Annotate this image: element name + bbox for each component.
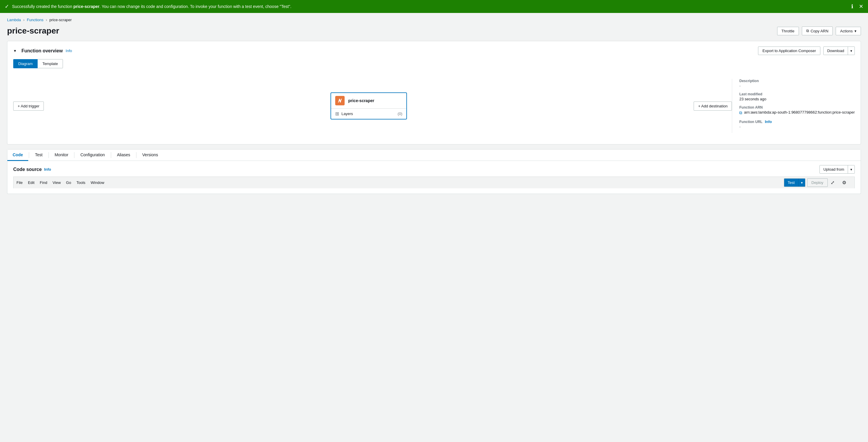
tab-configuration[interactable]: Configuration xyxy=(75,149,110,161)
editor-test-deploy-group: Test ▾ Deploy xyxy=(784,178,828,187)
editor-menu-find[interactable]: Find xyxy=(40,180,47,185)
function-url-label: Function URL Info xyxy=(739,119,855,124)
layers-icon: ⊞ xyxy=(335,111,339,117)
add-destination-area: + Add destination xyxy=(694,101,732,111)
main-content: Lambda › Functions › price-scraper price… xyxy=(0,13,868,203)
last-modified-row: Last modified 23 seconds ago xyxy=(739,92,855,101)
code-source-title: Code source Info xyxy=(13,167,51,172)
function-box-name: price-scraper xyxy=(348,98,374,103)
actions-chevron-icon: ▾ xyxy=(855,29,857,33)
code-source-header: Code source Info Upload from ▾ xyxy=(13,165,855,174)
function-overview-header: ▼ Function overview Info Export to Appli… xyxy=(13,47,855,55)
arn-copy-icon[interactable]: ⧉ xyxy=(739,110,742,115)
tab-sep-2 xyxy=(49,152,49,158)
upload-from-button[interactable]: Upload from xyxy=(820,166,848,173)
tab-test[interactable]: Test xyxy=(30,149,48,161)
notification-function-name: price-scraper xyxy=(73,4,100,9)
function-url-info-link[interactable]: Info xyxy=(765,119,772,124)
description-row: Description - xyxy=(739,79,855,88)
function-url-value: - xyxy=(739,124,855,129)
upload-from-dropdown-arrow[interactable]: ▾ xyxy=(848,166,855,173)
tab-versions[interactable]: Versions xyxy=(137,149,163,161)
deploy-button[interactable]: Deploy xyxy=(807,178,828,187)
function-arn-label: Function ARN xyxy=(739,105,855,110)
function-box-footer: ⊞ Layers (0) xyxy=(331,109,406,119)
breadcrumb-sep-1: › xyxy=(23,18,24,22)
editor-menu-view[interactable]: View xyxy=(53,180,61,185)
function-overview-actions: Export to Application Composer Download … xyxy=(758,47,855,55)
editor-menu-file[interactable]: File xyxy=(17,180,23,185)
page-header: price-scraper Throttle ⧉ Copy ARN Action… xyxy=(7,26,861,36)
description-panel: Description - Last modified 23 seconds a… xyxy=(732,79,855,133)
last-modified-value: 23 seconds ago xyxy=(739,97,855,101)
editor-menu-tools[interactable]: Tools xyxy=(76,180,85,185)
check-icon: ✓ xyxy=(5,3,9,10)
layers-label: Layers xyxy=(341,112,353,116)
help-icon[interactable]: ℹ xyxy=(851,3,853,10)
function-box: price-scraper ⊞ Layers (0) xyxy=(331,92,407,119)
arn-row: ⧉ arn:aws:lambda:ap-south-1:968077798662… xyxy=(739,110,855,115)
section-title-group: ▼ Function overview Info xyxy=(13,48,72,54)
editor-menu-go[interactable]: Go xyxy=(66,180,71,185)
copy-icon: ⧉ xyxy=(806,29,809,33)
description-label: Description xyxy=(739,79,855,83)
tab-aliases[interactable]: Aliases xyxy=(112,149,135,161)
description-value: - xyxy=(739,84,855,88)
function-box-header: price-scraper xyxy=(331,93,406,109)
notification-bar: ✓ Successfully created the function pric… xyxy=(0,0,868,13)
close-notification-button[interactable]: ✕ xyxy=(859,3,863,10)
function-overview-card: ▼ Function overview Info Export to Appli… xyxy=(7,41,861,145)
last-modified-label: Last modified xyxy=(739,92,855,96)
layers-count: (0) xyxy=(398,112,402,116)
settings-gear-icon[interactable]: ⚙ xyxy=(842,180,846,185)
download-button[interactable]: Download xyxy=(824,47,848,55)
diagram-area: + Add trigger price-scraper ⊞ xyxy=(13,73,855,139)
tab-sep-4 xyxy=(111,152,111,158)
function-arn-value: arn:aws:lambda:ap-south-1:968077798662:f… xyxy=(744,110,855,115)
diagram-tab-group: Diagram Template xyxy=(13,59,855,68)
code-source-card: Code source Info Upload from ▾ File Edit… xyxy=(7,161,861,194)
breadcrumb-functions[interactable]: Functions xyxy=(27,18,43,22)
copy-arn-button[interactable]: ⧉ Copy ARN xyxy=(802,27,833,35)
test-button[interactable]: Test xyxy=(784,179,799,186)
editor-toolbar: File Edit Find View Go Tools Window Test… xyxy=(13,177,855,188)
throttle-button[interactable]: Throttle xyxy=(777,27,799,35)
download-dropdown-arrow[interactable]: ▾ xyxy=(848,47,855,55)
function-url-row: Function URL Info - xyxy=(739,119,855,129)
breadcrumb: Lambda › Functions › price-scraper xyxy=(7,18,861,22)
breadcrumb-current: price-scraper xyxy=(50,18,72,22)
code-source-info-link[interactable]: Info xyxy=(44,167,51,172)
breadcrumb-sep-2: › xyxy=(46,18,47,22)
breadcrumb-lambda[interactable]: Lambda xyxy=(7,18,21,22)
test-dropdown-arrow[interactable]: ▾ xyxy=(799,179,805,186)
add-destination-button[interactable]: + Add destination xyxy=(694,101,732,111)
editor-menu-edit[interactable]: Edit xyxy=(28,180,34,185)
actions-button[interactable]: Actions ▾ xyxy=(836,27,861,35)
upload-from-split-button: Upload from ▾ xyxy=(819,165,855,174)
tab-template[interactable]: Template xyxy=(37,59,63,68)
tab-sep-5 xyxy=(136,152,136,158)
diagram-center: price-scraper ⊞ Layers (0) xyxy=(44,92,694,119)
bottom-tabs-container: Code Test Monitor Configuration Aliases … xyxy=(7,149,861,161)
bottom-tab-group: Code Test Monitor Configuration Aliases … xyxy=(7,149,861,161)
notification-suffix: . You can now change its code and config… xyxy=(99,4,291,9)
function-overview-info-link[interactable]: Info xyxy=(66,49,72,53)
fullscreen-icon[interactable]: ⤢ xyxy=(831,180,835,185)
page-title: price-scraper xyxy=(7,26,59,36)
lambda-icon xyxy=(335,96,345,105)
tab-diagram[interactable]: Diagram xyxy=(13,59,38,68)
add-trigger-area: + Add trigger xyxy=(13,101,44,111)
collapse-arrow-icon[interactable]: ▼ xyxy=(13,49,17,53)
tab-sep-3 xyxy=(74,152,74,158)
function-arn-row: Function ARN ⧉ arn:aws:lambda:ap-south-1… xyxy=(739,105,855,115)
editor-menu-window[interactable]: Window xyxy=(91,180,104,185)
tab-monitor[interactable]: Monitor xyxy=(50,149,74,161)
tab-code[interactable]: Code xyxy=(7,149,28,161)
function-overview-title: Function overview xyxy=(22,48,63,54)
notification-text: Successfully created the function price-… xyxy=(12,4,291,9)
export-to-application-composer-button[interactable]: Export to Application Composer xyxy=(758,47,820,55)
download-split-button: Download ▾ xyxy=(823,47,855,55)
add-trigger-button[interactable]: + Add trigger xyxy=(13,101,44,111)
test-split-button: Test ▾ xyxy=(784,178,805,187)
layers-row: ⊞ Layers xyxy=(335,111,353,117)
